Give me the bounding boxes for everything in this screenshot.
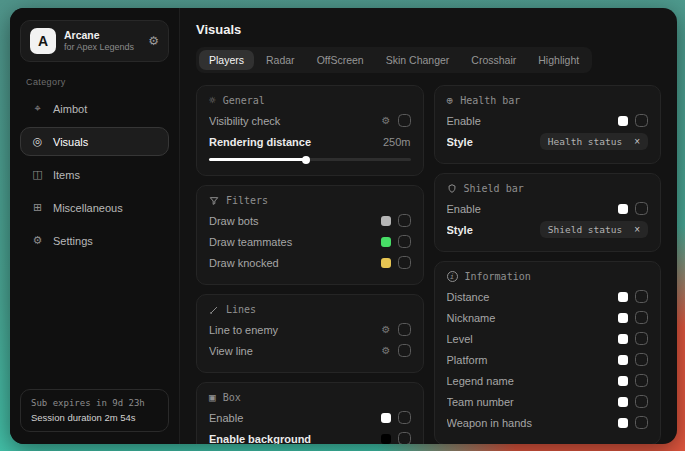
card-information: i Information Distance Nickname — [434, 261, 662, 444]
app-name: Arcane — [64, 29, 134, 42]
setting-row-visibility-check: Visibility check ⚙ — [209, 110, 411, 131]
shield-icon — [447, 183, 457, 194]
checkbox[interactable] — [398, 235, 411, 248]
clear-icon[interactable]: × — [634, 137, 640, 147]
color-swatch[interactable] — [618, 313, 628, 323]
checkbox[interactable] — [635, 353, 648, 366]
setting-row-shield-style: Style Shield status × — [447, 219, 649, 240]
tab-offscreen[interactable]: OffScreen — [307, 50, 374, 70]
color-swatch[interactable] — [618, 397, 628, 407]
card-filters: Filters Draw bots Draw teammates — [196, 185, 424, 285]
app-logo: A — [30, 28, 56, 54]
left-column: ☼ General Visibility check ⚙ Rendering d… — [196, 85, 424, 444]
checkbox[interactable] — [635, 114, 648, 127]
tab-players[interactable]: Players — [199, 50, 254, 70]
checkbox[interactable] — [635, 395, 648, 408]
color-swatch[interactable] — [381, 237, 391, 247]
sidebar: A Arcane for Apex Legends ⚙ Category ⌖ A… — [10, 8, 180, 444]
color-swatch[interactable] — [381, 434, 391, 444]
sidebar-item-label: Visuals — [53, 136, 88, 148]
checkbox[interactable] — [635, 374, 648, 387]
setting-row-distance: Distance — [447, 286, 649, 307]
setting-row-view-line: View line ⚙ — [209, 340, 411, 361]
sidebar-item-label: Aimbot — [53, 103, 87, 115]
checkbox[interactable] — [635, 416, 648, 429]
tab-highlight[interactable]: Highlight — [528, 50, 589, 70]
sidebar-item-label: Settings — [53, 235, 93, 247]
setting-row-platform: Platform — [447, 349, 649, 370]
grid-icon: ⊞ — [31, 201, 44, 214]
sidebar-item-items[interactable]: ◫ Items — [20, 160, 169, 189]
checkbox[interactable] — [635, 202, 648, 215]
color-swatch[interactable] — [381, 413, 391, 423]
setting-row-draw-bots: Draw bots — [209, 210, 411, 231]
tab-bar: Players Radar OffScreen Skin Changer Cro… — [196, 47, 592, 73]
setting-row-weapon-in-hands: Weapon in hands — [447, 412, 649, 433]
eye-icon: ◎ — [31, 135, 44, 148]
gear-icon[interactable]: ⚙ — [382, 346, 391, 356]
info-icon: i — [447, 271, 458, 282]
color-swatch[interactable] — [618, 334, 628, 344]
color-swatch[interactable] — [618, 292, 628, 302]
sidebar-item-aimbot[interactable]: ⌖ Aimbot — [20, 94, 169, 123]
checkbox[interactable] — [398, 256, 411, 269]
sidebar-item-settings[interactable]: ⚙ Settings — [20, 226, 169, 255]
color-swatch[interactable] — [618, 116, 628, 126]
slider-handle[interactable] — [302, 156, 310, 164]
page-title: Visuals — [196, 22, 661, 37]
crosshair-icon: ⌖ — [31, 102, 44, 115]
setting-row-line-to-enemy: Line to enemy ⚙ — [209, 319, 411, 340]
card-lines: Lines Line to enemy ⚙ View line ⚙ — [196, 294, 424, 373]
checkbox[interactable] — [635, 290, 648, 303]
checkbox[interactable] — [398, 114, 411, 127]
sun-icon: ☼ — [209, 95, 216, 106]
checkbox[interactable] — [398, 323, 411, 336]
card-title: Shield bar — [464, 183, 524, 194]
card-shield-bar: Shield bar Enable Style Shield status — [434, 173, 662, 252]
shield-style-select[interactable]: Shield status × — [540, 221, 648, 238]
setting-row-shield-enable: Enable — [447, 198, 649, 219]
card-title: General — [223, 95, 265, 106]
checkbox[interactable] — [398, 344, 411, 357]
color-swatch[interactable] — [618, 418, 628, 428]
right-column: ⊕ Health bar Enable Style Health stat — [434, 85, 662, 444]
health-style-select[interactable]: Health status × — [540, 133, 648, 150]
gear-icon[interactable]: ⚙ — [382, 116, 391, 126]
setting-row-health-style: Style Health status × — [447, 131, 649, 152]
color-swatch[interactable] — [381, 258, 391, 268]
subscription-info: Sub expires in 9d 23h Session duration 2… — [20, 389, 169, 432]
settings-icon[interactable]: ⚙ — [148, 34, 159, 48]
setting-row-box-enable: Enable — [209, 407, 411, 428]
sidebar-item-miscellaneous[interactable]: ⊞ Miscellaneous — [20, 193, 169, 222]
setting-row-health-enable: Enable — [447, 110, 649, 131]
checkbox[interactable] — [398, 432, 411, 444]
color-swatch[interactable] — [618, 204, 628, 214]
tab-radar[interactable]: Radar — [256, 50, 305, 70]
category-label: Category — [26, 77, 163, 87]
sidebar-item-visuals[interactable]: ◎ Visuals — [20, 127, 169, 156]
setting-row-draw-knocked: Draw knocked — [209, 252, 411, 273]
tab-crosshair[interactable]: Crosshair — [461, 50, 526, 70]
app-subtitle: for Apex Legends — [64, 42, 134, 53]
sidebar-item-label: Miscellaneous — [53, 202, 123, 214]
checkbox[interactable] — [635, 311, 648, 324]
card-title: Box — [223, 392, 241, 403]
gear-icon[interactable]: ⚙ — [382, 325, 391, 335]
card-title: Filters — [226, 195, 268, 206]
card-box: ▣ Box Enable Enable background — [196, 382, 424, 444]
clear-icon[interactable]: × — [634, 225, 640, 235]
card-general: ☼ General Visibility check ⚙ Rendering d… — [196, 85, 424, 176]
checkbox[interactable] — [398, 411, 411, 424]
color-swatch[interactable] — [618, 355, 628, 365]
checkbox[interactable] — [398, 214, 411, 227]
setting-row-draw-teammates: Draw teammates — [209, 231, 411, 252]
color-swatch[interactable] — [618, 376, 628, 386]
card-title: Lines — [226, 304, 256, 315]
checkbox[interactable] — [635, 332, 648, 345]
line-icon — [209, 305, 219, 315]
setting-row-team-number: Team number — [447, 391, 649, 412]
rendering-distance-slider[interactable] — [209, 158, 411, 161]
tab-skin-changer[interactable]: Skin Changer — [376, 50, 460, 70]
color-swatch[interactable] — [381, 216, 391, 226]
cube-icon: ◫ — [31, 168, 44, 181]
